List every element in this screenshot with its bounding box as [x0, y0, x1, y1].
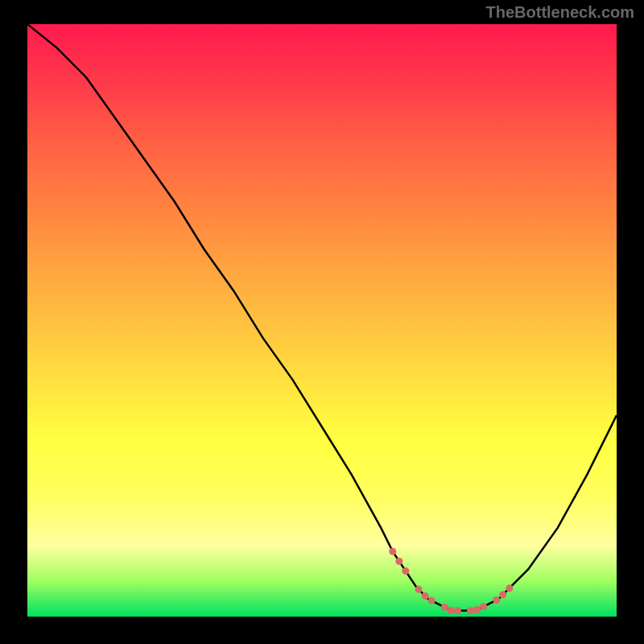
watermark-text: TheBottleneck.com: [486, 3, 634, 22]
bottleneck-curve: [27, 24, 617, 611]
valley-dot: [428, 597, 436, 605]
valley-dot: [448, 607, 455, 614]
valley-dot: [480, 603, 487, 610]
valley-dot: [499, 591, 506, 598]
chart-svg: [27, 24, 617, 617]
valley-dot: [422, 592, 429, 600]
valley-dot: [402, 568, 409, 575]
valley-dot: [441, 604, 448, 611]
valley-dot: [454, 607, 461, 614]
valley-dot: [389, 548, 396, 555]
valley-dot: [473, 606, 481, 613]
valley-dot: [493, 597, 500, 604]
dots-layer: [389, 548, 513, 615]
valley-dot: [467, 607, 474, 614]
valley-dot: [415, 586, 423, 593]
curve-layer: [27, 24, 617, 611]
valley-dot: [506, 584, 513, 592]
valley-dot: [395, 558, 402, 565]
